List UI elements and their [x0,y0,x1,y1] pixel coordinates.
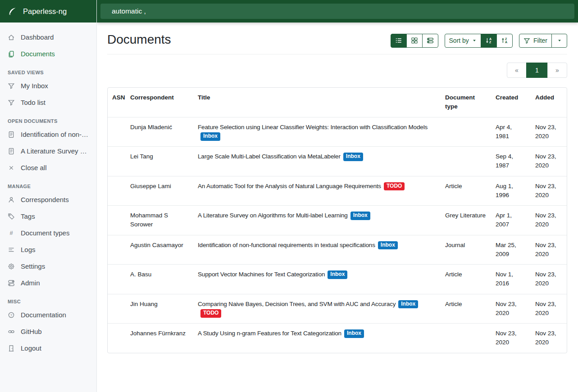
cell-document-type: Article [441,294,491,324]
document-title-link[interactable]: Feature Selection using Linear Classifie… [198,124,428,131]
sidebar-item-documentation[interactable]: ?Documentation [0,306,96,323]
column-header-created[interactable]: Created [491,88,531,117]
document-title-link[interactable]: Identification of non-functional require… [198,242,375,248]
content: Documents Sort by [97,23,578,353]
pagination-prev-button[interactable]: « [507,63,527,78]
sidebar-item-my-inbox[interactable]: My Inbox [0,77,96,94]
cell-asn [108,205,126,235]
hash-icon: # [8,230,15,237]
sidebar-item-document-types[interactable]: #Document types [0,225,96,241]
tag-badge-inbox[interactable]: Inbox [343,153,363,161]
document-title-link[interactable]: An Automatic Tool for the Analysis of Na… [198,183,381,189]
search-input[interactable] [100,4,574,19]
tag-badge-inbox[interactable]: Inbox [200,132,220,141]
column-header-document-type[interactable]: Document type [441,88,491,117]
document-title-link[interactable]: A Study Using n-gram Features for Text C… [198,330,341,337]
tag-badge-inbox[interactable]: Inbox [350,212,370,220]
cell-title: An Automatic Tool for the Analysis of Na… [193,176,441,206]
document-title-link[interactable]: A Literature Survey on Algorithms for Mu… [198,212,348,219]
correspondent-link[interactable]: Dunja Mladenić [130,124,172,131]
sidebar: Paperless-ng DashboardDocumentsSAVED VIE… [0,0,97,392]
correspondent-link[interactable]: Agustin Casamayor [130,242,183,248]
tag-badge-inbox[interactable]: Inbox [344,329,364,338]
app-brand[interactable]: Paperless-ng [0,0,96,23]
cell-title: A Study Using n-gram Features for Text C… [193,323,441,353]
tag-badge-todo[interactable]: TODO [200,309,221,318]
document-title-link[interactable]: Comparing Naive Bayes, Decision Trees, a… [198,301,396,307]
cell-created: Sep 4, 1987 [491,146,531,176]
detail-view-button[interactable] [422,34,438,48]
caret-down-icon [557,38,562,43]
correspondent-link[interactable]: Johannes Fürnkranz [130,330,186,337]
correspondent-link[interactable]: Giuseppe Lami [130,183,171,189]
filter-button[interactable]: Filter [519,34,552,48]
cell-title: Large Scale Multi-Label Classification v… [193,146,441,176]
sidebar-item-settings[interactable]: Settings [0,258,96,275]
sidebar-item-label: Logs [21,245,36,254]
list-view-icon [395,37,402,44]
cell-created: Nov 23, 2020 [491,323,531,353]
column-header-added[interactable]: Added [531,88,567,117]
pagination-page-1-button[interactable]: 1 [526,63,548,78]
funnel-icon [523,37,530,44]
header-divider [107,54,567,54]
sidebar-item-a-literature-survey-on[interactable]: A Literature Survey on ... [0,143,96,159]
document-type-link[interactable]: Article [445,183,462,189]
column-header-asn[interactable]: ASN [108,88,126,117]
document-title-link[interactable]: Large Scale Multi-Label Classification v… [198,153,341,160]
sidebar-item-identification-of-non-fu[interactable]: Identification of non-fu... [0,126,96,143]
sort-by-button[interactable]: Sort by [445,34,481,48]
document-type-link[interactable]: Grey Literature [445,212,486,219]
sidebar-item-label: My Inbox [21,81,48,90]
cell-created: Aug 1, 1996 [491,176,531,206]
document-title-link[interactable]: Support Vector Machines for Text Categor… [198,271,325,278]
list-view-button[interactable] [391,34,407,48]
sidebar-item-logout[interactable]: Logout [0,340,96,356]
tag-badge-inbox[interactable]: Inbox [398,300,418,309]
person-icon [8,196,15,203]
sort-descending-button[interactable]: A Z [481,34,497,48]
cell-added: Nov 23, 2020 [531,323,567,353]
cell-added: Nov 23, 2020 [531,176,567,206]
correspondent-link[interactable]: Jin Huang [130,301,158,307]
sidebar-item-logs[interactable]: Logs [0,241,96,258]
filter-dropdown-button[interactable] [551,34,567,48]
column-header-title[interactable]: Title [193,88,441,117]
cell-correspondent: Mohammad S Sorower [126,205,193,235]
svg-text:Z: Z [489,41,492,44]
cell-document-type: Journal [441,235,491,265]
pagination-next-button[interactable]: » [547,63,567,78]
cell-correspondent: Dunja Mladenić [126,117,193,147]
sidebar-section-heading-manage: MANAGE [8,184,89,189]
sidebar-item-tags[interactable]: Tags [0,208,96,225]
sidebar-item-close-all[interactable]: Close all [0,159,96,176]
sort-ascending-button[interactable]: Z A [496,34,513,48]
link-icon [8,328,15,335]
sidebar-item-documents[interactable]: Documents [0,45,96,62]
sort-alpha-up-icon: Z A [501,37,508,44]
correspondent-link[interactable]: Mohammad S Sorower [130,212,168,228]
cell-correspondent: Jin Huang [126,294,193,324]
correspondent-link[interactable]: Lei Tang [130,153,153,160]
grid-view-button[interactable] [406,34,423,48]
app-window: Paperless-ng DashboardDocumentsSAVED VIE… [0,0,578,392]
tag-badge-inbox[interactable]: Inbox [378,241,398,250]
view-switcher [391,34,438,48]
topbar [97,0,578,23]
sidebar-item-github[interactable]: GitHub [0,323,96,340]
pagination: « 1 » [507,63,567,78]
cell-asn [108,264,126,294]
sidebar-item-correspondents[interactable]: Correspondents [0,191,96,208]
column-header-correspondent[interactable]: Correspondent [126,88,193,117]
correspondent-link[interactable]: A. Basu [130,271,151,278]
document-type-link[interactable]: Journal [445,242,465,248]
sort-alpha-down-icon: A Z [485,37,492,44]
tag-badge-inbox[interactable]: Inbox [328,270,347,279]
sidebar-item-admin[interactable]: Admin [0,275,96,291]
sidebar-item-dashboard[interactable]: Dashboard [0,29,96,45]
tag-badge-todo[interactable]: TODO [384,182,405,191]
cell-created: Apr 1, 2007 [491,205,531,235]
document-type-link[interactable]: Article [445,301,462,307]
sidebar-item-todo-list[interactable]: Todo list [0,94,96,111]
document-type-link[interactable]: Article [445,271,462,278]
